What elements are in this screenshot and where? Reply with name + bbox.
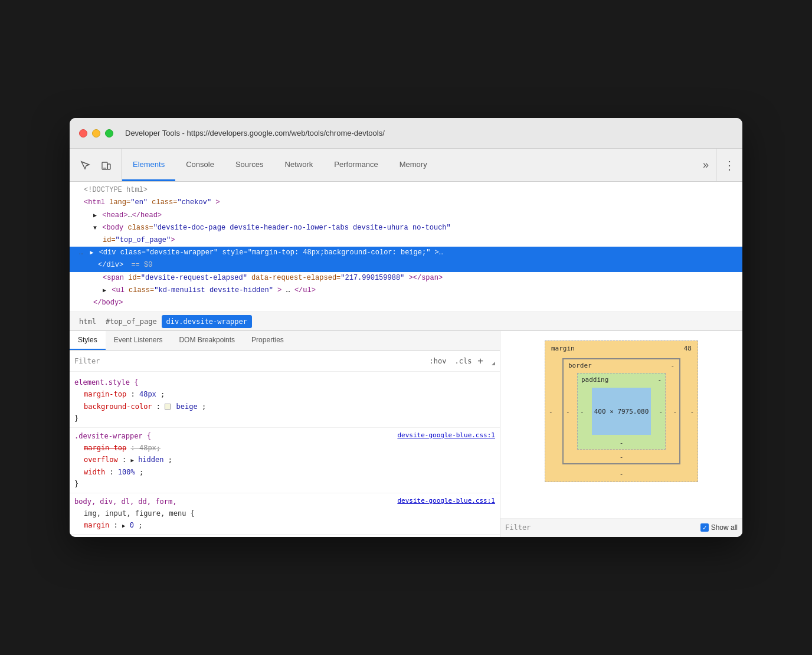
window-title: Developer Tools - https://developers.goo… <box>125 129 385 137</box>
styles-panel: Styles Event Listeners DOM Breakpoints P… <box>70 331 500 537</box>
color-swatch[interactable] <box>165 404 171 410</box>
minimize-button[interactable] <box>92 129 100 137</box>
css-prop[interactable]: margin : ▶ 0 ; <box>74 519 495 531</box>
css-rule-body-div: body, div, dl, dd, form, devsite-google-… <box>70 493 500 535</box>
inspect-icon[interactable] <box>77 157 93 173</box>
filter-label: Filter <box>74 357 100 365</box>
tab-elements[interactable]: Elements <box>122 149 175 181</box>
bm-margin-left: - <box>549 408 553 415</box>
filter-bottom-bar: Filter ✓ Show all <box>500 518 742 537</box>
tab-memory[interactable]: Memory <box>389 149 438 181</box>
panel-tab-dom-breakpoints[interactable]: DOM Breakpoints <box>171 331 243 350</box>
tab-sources[interactable]: Sources <box>225 149 274 181</box>
css-prop[interactable]: margin-top : 48px; <box>74 442 495 454</box>
tab-network[interactable]: Network <box>274 149 324 181</box>
dom-line[interactable]: ▼ <body class="devsite-doc-page devsite-… <box>70 222 742 234</box>
breadcrumb-html[interactable]: html <box>74 315 101 328</box>
css-rules: element.style { margin-top : 48px ; back… <box>70 372 500 537</box>
css-prop[interactable]: overflow : ▶ hidden ; <box>74 454 495 466</box>
dom-panel: <!DOCTYPE html> <html lang="en" class="c… <box>70 182 742 312</box>
show-all-text: Show all <box>711 523 738 532</box>
box-model: margin 48 - - - border - - - <box>545 340 698 482</box>
tab-console[interactable]: Console <box>175 149 225 181</box>
add-style-button[interactable]: + <box>477 355 483 366</box>
menu-button[interactable]: ⋮ <box>716 149 742 181</box>
dom-line[interactable]: <span id="devsite-request-elapsed" data-… <box>70 272 742 284</box>
hov-button[interactable]: :hov <box>427 356 449 366</box>
svg-rect-1 <box>107 164 110 169</box>
bm-border-value: - <box>670 362 675 369</box>
dom-line[interactable]: ▶ <ul class="kd-menulist devsite-hidden"… <box>70 284 742 297</box>
css-rule-element-style: element.style { margin-top : 48px ; back… <box>70 374 500 428</box>
tab-performance[interactable]: Performance <box>323 149 388 181</box>
computed-filter-label: Filter <box>505 523 531 532</box>
dom-line[interactable]: ▶ <head>…</head> <box>70 209 742 222</box>
dom-line-selected[interactable]: … ▶ <div class="devsite-wrapper" style="… <box>70 247 742 259</box>
cls-button[interactable]: .cls <box>452 356 474 366</box>
devtools-window: Developer Tools - https://developers.goo… <box>70 118 742 537</box>
maximize-button[interactable] <box>105 129 113 137</box>
css-source-link[interactable]: devsite-google-blue.css:1 <box>397 496 495 507</box>
panel-tab-styles[interactable]: Styles <box>70 331 106 350</box>
bm-padding-right: - <box>659 408 663 415</box>
panel-tab-properties[interactable]: Properties <box>243 331 292 350</box>
bm-border-bottom: - <box>620 453 624 461</box>
css-rule-devsite-wrapper: .devsite-wrapper { devsite-google-blue.c… <box>70 428 500 493</box>
panel-tabs: Elements Console Sources Network Perform… <box>122 149 696 181</box>
panel-tab-event-listeners[interactable]: Event Listeners <box>106 331 171 350</box>
bm-border-label: border <box>568 362 592 369</box>
more-tabs-button[interactable]: » <box>696 149 716 181</box>
filter-corner-icon <box>487 357 495 365</box>
close-button[interactable] <box>79 129 87 137</box>
panel-tabs-bar: Styles Event Listeners DOM Breakpoints P… <box>70 331 500 351</box>
css-prop[interactable]: width : 100% ; <box>74 466 495 478</box>
breadcrumb-top-of-page[interactable]: #top_of_page <box>101 315 162 328</box>
bm-content: 400 × 7975.080 <box>592 388 651 435</box>
bm-margin-bottom: - <box>620 470 624 478</box>
dom-line[interactable]: id="top_of_page"> <box>70 234 742 247</box>
bm-padding-label: padding <box>581 376 608 384</box>
show-all-checkbox[interactable]: ✓ <box>700 523 709 532</box>
dom-line[interactable]: <html lang="en" class="chekov" > <box>70 196 742 209</box>
css-prop: img, input, figure, menu { <box>74 507 495 519</box>
toolbar-icons <box>70 149 122 181</box>
filter-bar: Filter :hov .cls + <box>70 351 500 372</box>
bm-margin-label: margin <box>551 345 575 352</box>
box-model-container: margin 48 - - - border - - - <box>500 331 742 492</box>
bottom-panel: Styles Event Listeners DOM Breakpoints P… <box>70 331 742 537</box>
bm-padding-bottom: - <box>620 439 624 447</box>
titlebar: Developer Tools - https://developers.goo… <box>70 118 742 149</box>
breadcrumb-div-devsite-wrapper[interactable]: div.devsite-wrapper <box>162 315 252 328</box>
box-model-panel: margin 48 - - - border - - - <box>500 331 742 537</box>
devtools-toolbar: Elements Console Sources Network Perform… <box>70 149 742 182</box>
bm-margin-right: - <box>690 408 694 415</box>
bm-border-right: - <box>673 408 677 415</box>
show-all-container: ✓ Show all <box>700 523 738 532</box>
bm-margin-value: 48 <box>684 345 692 352</box>
dom-line[interactable]: </body> <box>70 297 742 309</box>
filter-actions: :hov .cls + <box>427 355 495 366</box>
bm-padding-left: - <box>580 408 584 415</box>
css-source-link[interactable]: devsite-google-blue.css:1 <box>397 430 495 441</box>
bm-border-left: - <box>566 408 570 415</box>
css-prop[interactable]: margin-top : 48px ; <box>74 388 495 400</box>
device-icon[interactable] <box>98 157 114 173</box>
bm-padding-value: - <box>657 376 662 384</box>
traffic-lights <box>79 129 113 137</box>
breadcrumb: html #top_of_page div.devsite-wrapper <box>70 312 742 331</box>
dom-line-selected-end[interactable]: </div> == $0 <box>70 259 742 271</box>
dom-line[interactable]: <!DOCTYPE html> <box>70 184 742 196</box>
css-prop[interactable]: background-color : beige ; <box>74 401 495 412</box>
